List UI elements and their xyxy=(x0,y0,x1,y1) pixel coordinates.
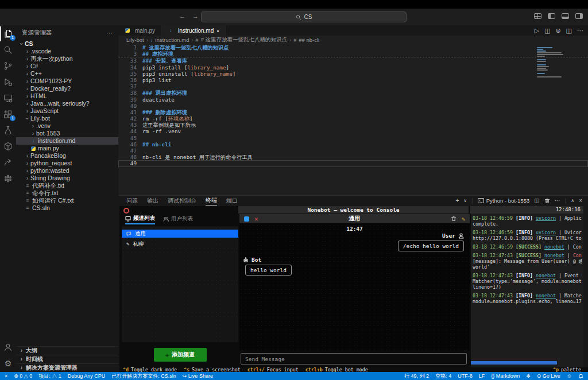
tree-item-javascript[interactable]: ›JavaScript xyxy=(16,107,118,115)
status-remote-indicator[interactable]: × xyxy=(5,373,7,379)
panel-tab-问题[interactable]: 问题 xyxy=(126,196,138,205)
tree-item-代码补全-txt[interactable]: ≡代码补全.txt xyxy=(16,182,118,189)
tree-item-pancakeblog[interactable]: ›PancakeBlog xyxy=(16,152,118,160)
tree-item-lily-bot[interactable]: ›Lily-bot xyxy=(16,115,118,122)
tree-item-java-wait-seriously[interactable]: ›Java...wait, seriously? xyxy=(16,100,118,107)
tree-item-vscode[interactable]: ›.vscode xyxy=(16,48,118,55)
activity-source-control[interactable] xyxy=(0,59,16,73)
kill-terminal-icon[interactable] xyxy=(544,198,550,204)
activity-extensions[interactable]: 1 xyxy=(0,107,16,122)
tree-item-html[interactable]: ›HTML xyxy=(16,92,118,100)
tree-item-c[interactable]: ›C++ xyxy=(16,70,118,77)
sidebar-section-时间线[interactable]: ›时间线 xyxy=(16,355,118,363)
activity-docker[interactable] xyxy=(0,139,16,154)
tree-item-python-wasted[interactable]: ›python:wasted xyxy=(16,167,118,175)
customize-layout-icon[interactable] xyxy=(534,13,541,19)
tree-item-venv[interactable]: ›.venv xyxy=(16,122,118,130)
status-debug-config[interactable]: Debug Any CPU xyxy=(68,373,106,379)
breadcrumb-item[interactable]: instruction.md xyxy=(155,37,189,43)
editor-more-actions-icon[interactable]: ⋯ xyxy=(577,27,583,34)
toggle-secondary-sidebar-icon[interactable] xyxy=(575,13,583,19)
panel-tab-端口[interactable]: 端口 xyxy=(226,196,238,205)
console-tab-用户列表[interactable]: 用户列表 xyxy=(163,214,193,224)
console-tab-频道列表[interactable]: 频道列表 xyxy=(125,214,155,224)
tree-item-bot-1553[interactable]: ›bot-1553 xyxy=(16,130,118,137)
status-live-share[interactable]: ↪ Live Share xyxy=(183,373,213,379)
status-cursor-position[interactable]: 行 49, 列 2 xyxy=(404,373,429,380)
code-line: 35pip3 uninstall [library_name] xyxy=(118,71,588,77)
editor-settings-icon[interactable]: ⊚ xyxy=(555,27,560,34)
run-button[interactable]: ▷ xyxy=(535,27,539,34)
tree-item-python-request[interactable]: ›python_request xyxy=(16,160,118,167)
collapse-chat-icon[interactable] xyxy=(244,216,249,222)
status-feedback[interactable]: ☺ xyxy=(567,373,572,379)
activity-explorer[interactable]: 1 xyxy=(0,26,16,41)
tree-item-cs[interactable]: ›CS xyxy=(16,40,118,48)
panel-more-actions-icon[interactable]: ⋯ xyxy=(555,197,560,204)
tree-item-再来一次python[interactable]: ›再来一次python xyxy=(16,55,118,63)
status-language-mode[interactable]: {} Markdown xyxy=(491,373,520,379)
tree-item-label: C++ xyxy=(30,70,42,77)
channel-item-通用[interactable]: 通用 xyxy=(122,230,238,238)
terminal-dropdown-icon[interactable]: ∨ xyxy=(463,198,467,203)
tree-item-instruction-md[interactable]: ↓instruction.md xyxy=(16,137,118,145)
forward-icon[interactable]: → xyxy=(192,13,199,20)
toggle-primary-sidebar-icon[interactable] xyxy=(548,13,555,19)
sidebar-section-解决方案资源管理器[interactable]: ›解决方案资源管理器 xyxy=(16,363,118,372)
editor-content[interactable]: 1# 这里存放着一些乱七八糟的知识点3## 虚拟环境33### 安装、查看库34… xyxy=(118,44,588,195)
activity-search[interactable] xyxy=(0,42,16,57)
tree-item-comp1023-py[interactable]: ›COMP1023-PY xyxy=(16,77,118,85)
panel-tab-终端[interactable]: 终端 xyxy=(206,196,217,205)
activity-run-and-debug[interactable] xyxy=(0,75,16,90)
tab-instruction-md[interactable]: ↓instruction.md● xyxy=(161,25,225,36)
tree-item-cs-sln[interactable]: ≡CS.sln xyxy=(16,204,118,212)
breadcrumb-item[interactable]: # 这里存放着一些乱七八糟的知识点 xyxy=(201,36,287,44)
activity-testing[interactable] xyxy=(0,123,16,138)
tab-main-py[interactable]: main.py xyxy=(118,25,161,36)
toggle-panel-icon[interactable] xyxy=(562,13,569,19)
tree-item-string-drawing[interactable]: ›String Drawing xyxy=(16,175,118,182)
activity-live-share[interactable] xyxy=(0,155,16,170)
tree-item-c[interactable]: ›C# xyxy=(16,63,118,70)
breadcrumb-item[interactable]: ## nb-cli xyxy=(299,37,319,43)
tree-item-docker-really[interactable]: ›Docker_really? xyxy=(16,85,118,92)
send-message-input[interactable] xyxy=(241,353,467,365)
status-extension-icon[interactable]: ✻ xyxy=(526,373,531,379)
add-channel-button[interactable]: + 添加频道 xyxy=(154,348,207,362)
breadcrumb-item[interactable]: Lily-bot xyxy=(126,37,144,43)
tree-item-main-py[interactable]: main.py xyxy=(16,145,118,152)
edit-chat-icon[interactable]: ✎ xyxy=(462,216,465,222)
minimap[interactable] xyxy=(537,47,570,80)
clear-chat-icon[interactable] xyxy=(451,216,457,222)
status-notifications[interactable] xyxy=(578,374,583,379)
markdown-preview-icon[interactable]: ◫ xyxy=(544,27,550,34)
split-editor-icon[interactable]: ◫ xyxy=(566,27,572,34)
status-problems-badge[interactable]: ⊗ 0 △ 0 xyxy=(14,373,32,379)
close-chat-icon[interactable]: ✕ xyxy=(254,216,258,222)
tree-item-如何运行-c-txt[interactable]: ≡如何运行 C#.txt xyxy=(16,197,118,204)
split-terminal-icon[interactable]: ◫ xyxy=(534,197,539,204)
sidebar-section-大纲[interactable]: ›大纲 xyxy=(16,346,118,355)
terminal-tab[interactable]: >_ Python - bot-1553 xyxy=(478,197,530,204)
command-center-search[interactable]: CS xyxy=(201,11,407,22)
close-panel-icon[interactable]: × xyxy=(579,197,582,204)
activity-remote-explorer[interactable] xyxy=(0,91,16,106)
panel-tab-调试控制台[interactable]: 调试控制台 xyxy=(168,196,196,205)
more-actions-icon[interactable]: ⋯ xyxy=(106,29,113,37)
activity-account[interactable] xyxy=(0,340,16,355)
status-encoding[interactable]: UTF-8 xyxy=(458,373,473,379)
status-eol[interactable]: LF xyxy=(479,373,485,379)
activity-settings[interactable]: ⚙ xyxy=(0,356,16,371)
back-icon[interactable]: ← xyxy=(179,13,185,20)
panel-tab-输出[interactable]: 输出 xyxy=(147,196,158,205)
status-go-live[interactable]: ⊙ Go Live xyxy=(537,373,560,379)
maximize-panel-icon[interactable]: ∧ xyxy=(571,198,574,203)
channel-item-私聊[interactable]: ✎私聊 xyxy=(122,240,238,248)
new-terminal-icon[interactable]: + xyxy=(455,197,459,204)
status-indentation[interactable]: 空格: 4 xyxy=(435,373,451,380)
activity-chatgpt[interactable] xyxy=(0,171,16,186)
log-horizontal-scrollbar[interactable] xyxy=(471,361,557,365)
status-solution-status[interactable]: 已打开解决方案文件: CS.sln xyxy=(111,373,176,380)
tree-item-命令行-txt[interactable]: ≡命令行.txt xyxy=(16,189,118,197)
status-project-warnings[interactable]: 项目: △ 1 xyxy=(38,373,61,380)
